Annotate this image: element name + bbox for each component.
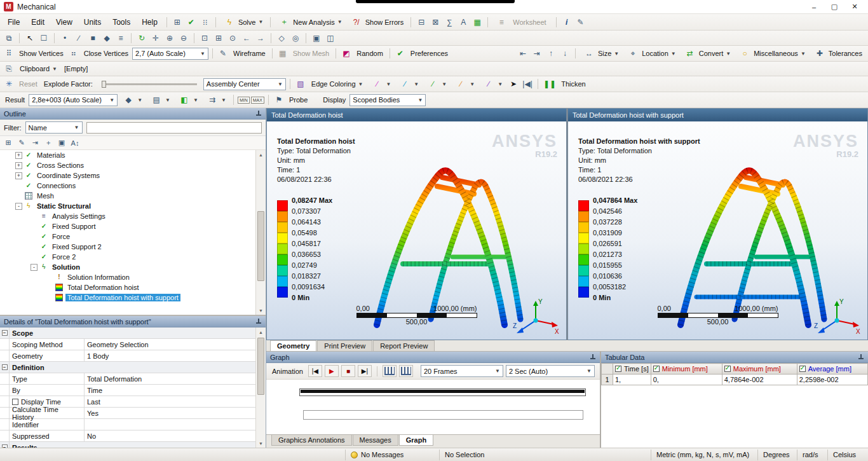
scroll-down-icon[interactable]: ▼ [256, 306, 266, 315]
edge-direction-magenta-dropdown[interactable]: ∕▼ [367, 78, 394, 90]
body-filter-icon[interactable]: ◆ [100, 32, 113, 44]
chart-icon[interactable]: ▦ [471, 16, 484, 28]
tree-item-static-structural[interactable]: - ϟ Static Structural [0, 201, 266, 211]
pan-icon[interactable]: ✛ [149, 32, 162, 44]
folder-icon[interactable]: ▣ [56, 137, 67, 148]
section-plane-icon[interactable]: ⊟ [415, 16, 428, 28]
box-zoom-icon[interactable]: ⊡ [198, 32, 211, 44]
align-right-icon[interactable]: ⇥ [531, 48, 543, 60]
expand-toggle-icon[interactable]: + [15, 172, 22, 179]
look-at-icon[interactable]: ◎ [289, 32, 302, 44]
viewport-header[interactable]: Total Deformation hoist with support [568, 109, 867, 121]
messages-status[interactable]: No Messages [345, 450, 439, 460]
details-row-scoping-method[interactable]: Scoping Method Geometry Selection [0, 339, 266, 350]
edge-direction-purple-dropdown[interactable]: ∕▼ [479, 78, 506, 90]
details-section-scope[interactable]: − Scope [0, 327, 266, 339]
tree-item-analysis-settings[interactable]: ≡ Analysis Settings [0, 211, 266, 221]
checkbox-checked-icon[interactable] [653, 366, 660, 372]
distributed-steps-icon[interactable] [383, 365, 397, 377]
tree-item-fixed-support-2[interactable]: ✓ Fixed Support 2 [0, 242, 266, 252]
tab-print-preview[interactable]: Print Preview [317, 340, 372, 351]
explode-icon[interactable]: ✳ [3, 78, 15, 90]
probe-button[interactable]: Probe [287, 96, 310, 104]
tree-item-fixed-support[interactable]: ✓ Fixed Support [0, 221, 266, 231]
edges-display-dropdown[interactable]: ⇉▼ [203, 94, 229, 106]
maximum-cell[interactable]: 4,7864e-002 [722, 375, 797, 385]
col-maximum[interactable]: Maximum [mm] [722, 364, 797, 375]
details-row-geometry[interactable]: Geometry 1 Body [0, 350, 266, 362]
viewports-icon[interactable]: ◫ [324, 32, 337, 44]
contour-style-dropdown[interactable]: ◧▼ [175, 94, 201, 106]
col-minimum[interactable]: Minimum [mm] [651, 364, 722, 375]
menu-view[interactable]: View [51, 16, 78, 29]
distributed-solve-icon[interactable]: ⁝⁝ [199, 16, 212, 28]
filter-type-combo[interactable]: Name▼ [25, 121, 83, 134]
checkbox-checked-icon[interactable] [799, 366, 806, 372]
tab-geometry[interactable]: Geometry [270, 340, 316, 351]
show-errors-button[interactable]: ?/ Show Errors [347, 16, 407, 28]
assembly-center-combo[interactable]: Assembly Center▼ [203, 78, 286, 90]
col-average[interactable]: Average [mm] [797, 364, 867, 375]
go-to-start-button[interactable]: |◀ [308, 365, 322, 377]
uniform-steps-icon[interactable] [399, 365, 413, 377]
scrollbar-thumb[interactable] [257, 211, 264, 281]
pin-icon[interactable] [858, 354, 864, 361]
wireframe-button[interactable]: Wireframe [231, 50, 268, 57]
minimize-button[interactable]: – [804, 1, 824, 13]
tab-graph[interactable]: Graph [399, 435, 433, 446]
menu-tools[interactable]: Tools [107, 16, 135, 29]
details-section-results[interactable]: − Results [0, 442, 266, 448]
tree-item-total-deformation-hoist-with-support[interactable]: Total Deformation hoist with support [0, 292, 266, 303]
next-view-icon[interactable]: → [254, 32, 267, 44]
maximize-button[interactable]: ▢ [825, 1, 844, 13]
edge-direction-cyan-dropdown[interactable]: ∕▼ [395, 78, 422, 90]
scroll-down-icon[interactable]: ▼ [256, 439, 266, 448]
viewport-canvas[interactable]: Total Deformation hoist Type: Total Defo… [267, 121, 566, 340]
tolerances-dropdown[interactable]: ✚ Tolerances [810, 48, 865, 60]
worksheet-button[interactable]: ≡ Worksheet [492, 16, 552, 28]
units-convert-icon[interactable]: ∑ [443, 16, 456, 28]
previous-view-icon[interactable]: ← [240, 32, 253, 44]
viewport-header[interactable]: Total Deformation hoist [267, 109, 566, 121]
convert-dropdown[interactable]: ⇄ Convert▼ [681, 48, 734, 60]
reset-button[interactable]: Reset [17, 80, 40, 88]
duration-combo[interactable]: 2 Sec (Auto)▼ [506, 365, 595, 377]
direction-arrow-icon[interactable]: ➤ [507, 78, 520, 90]
tree-item-solution-information[interactable]: ! Solution Information [0, 272, 266, 282]
menu-edit[interactable]: Edit [26, 16, 50, 29]
clipboard-dropdown[interactable]: Clipboard▼ [17, 65, 60, 72]
tag-icon[interactable]: ✎ [574, 16, 587, 28]
menu-file[interactable]: File [3, 16, 25, 29]
min-probe-flag[interactable]: MIN [238, 97, 250, 104]
edge-direction-orange-dropdown[interactable]: ∕▼ [451, 78, 478, 90]
align-down-icon[interactable]: ↓ [559, 48, 571, 60]
edge-direction-green-dropdown[interactable]: ∕▼ [423, 78, 450, 90]
label-icon[interactable]: A [457, 16, 470, 28]
viewport-hoist[interactable]: Total Deformation hoist Total Deformatio… [266, 108, 567, 340]
tree-item-solution[interactable]: - ϟ Solution [0, 262, 266, 272]
random-button[interactable]: Random [354, 50, 386, 57]
select-pointer-icon[interactable]: ↖ [24, 32, 36, 44]
menu-units[interactable]: Units [79, 16, 106, 29]
vertex-filter-icon[interactable]: • [58, 32, 71, 44]
angle-units-status[interactable]: Degrees [757, 450, 797, 460]
magnifier-icon[interactable]: ⊙ [226, 32, 239, 44]
scroll-up-icon[interactable]: ▲ [256, 327, 266, 336]
show-mesh-button[interactable]: Show Mesh [290, 50, 332, 57]
slider-handle[interactable] [102, 81, 106, 88]
pin-icon[interactable] [590, 354, 596, 361]
details-row-suppressed[interactable]: Suppressed No [0, 430, 266, 442]
average-cell[interactable]: 2,2598e-002 [797, 375, 867, 385]
align-left-icon[interactable]: ⇤ [517, 48, 529, 60]
pin-icon[interactable] [255, 110, 262, 117]
filter-search-input[interactable] [86, 122, 262, 134]
zoom-in-icon[interactable]: ⊕ [163, 32, 176, 44]
result-scale-combo[interactable]: 2,8e+003 (Auto Scale)▼ [29, 94, 118, 106]
details-scrollbar[interactable]: ▲ ▼ [255, 327, 266, 448]
size-dropdown[interactable]: ↔ Size▼ [580, 48, 622, 60]
max-probe-flag[interactable]: MAX [251, 97, 264, 104]
geometry-display-dropdown[interactable]: ▤▼ [147, 94, 173, 106]
details-section-definition[interactable]: − Definition [0, 362, 266, 373]
vertex-scale-combo[interactable]: 2,7 (Auto Scale)▼ [132, 48, 208, 60]
scrollbar-thumb[interactable] [257, 338, 264, 395]
